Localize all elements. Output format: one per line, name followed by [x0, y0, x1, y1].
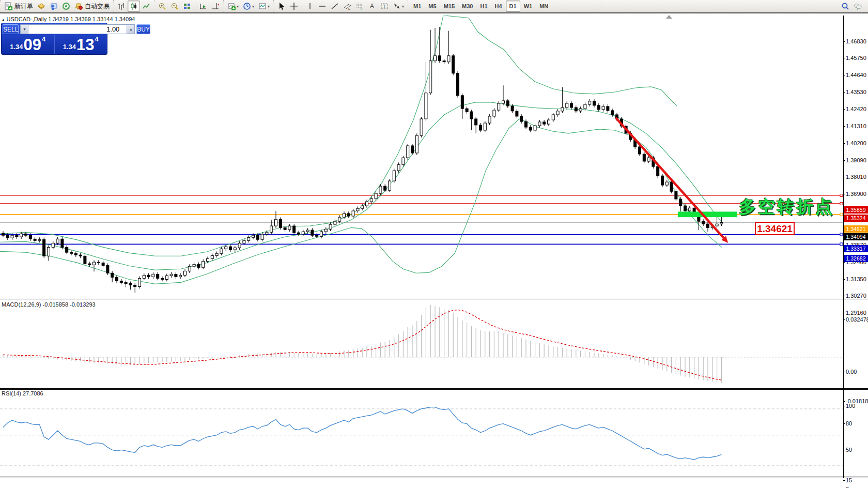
- chart-shift-marker[interactable]: [666, 15, 672, 19]
- templates-button[interactable]: ▾: [256, 1, 272, 12]
- one-click-trading-panel: SELL ▼ ▲ BUY 1.34 09 4 1.34 13 4: [1, 23, 107, 55]
- buy-price-point: 4: [95, 35, 99, 43]
- candlestick-chart-button[interactable]: [128, 1, 140, 12]
- autotrade-button[interactable]: 自动交易: [72, 1, 112, 12]
- timeframe-h4-button[interactable]: H4: [491, 1, 506, 12]
- fibonacci-button[interactable]: F: [353, 1, 366, 12]
- timeframe-m30-button[interactable]: M30: [458, 1, 476, 12]
- price-box-annotation[interactable]: 1.34621: [755, 222, 795, 235]
- green-rectangle-object[interactable]: [678, 211, 737, 217]
- line-anchor-handle[interactable]: [840, 194, 843, 196]
- rsi-tick-15: 15: [846, 477, 852, 483]
- search-button[interactable]: [839, 1, 851, 12]
- volume-decrease-button[interactable]: ▼: [20, 24, 28, 34]
- buy-price-display[interactable]: 1.34 13 4: [54, 35, 107, 54]
- new-chart-button[interactable]: ▾: [225, 1, 241, 12]
- line-anchor-handle[interactable]: [840, 202, 843, 205]
- rsi-panel[interactable]: [0, 407, 843, 466]
- arrows-button[interactable]: ▾: [391, 1, 406, 12]
- candle-body: [165, 276, 168, 279]
- macd-panel[interactable]: [0, 305, 843, 383]
- new-order-button[interactable]: 新订单: [2, 1, 35, 12]
- candle-body: [479, 125, 482, 130]
- timeframe-m1-button[interactable]: M1: [410, 1, 425, 12]
- candle-body: [488, 116, 491, 123]
- bollinger-lower-band[interactable]: [0, 119, 722, 284]
- timeframe-d1-button[interactable]: D1: [506, 1, 520, 12]
- crosshair-button[interactable]: [288, 1, 300, 12]
- sell-button[interactable]: SELL: [3, 24, 19, 34]
- zoom-in-button[interactable]: [156, 1, 168, 12]
- timeframe-h1-button[interactable]: H1: [476, 1, 491, 12]
- candle-body: [270, 226, 273, 232]
- text-button[interactable]: A: [366, 1, 378, 12]
- signal-button[interactable]: [60, 1, 72, 12]
- candle-body: [34, 239, 36, 240]
- bollinger-middle-band[interactable]: [0, 102, 722, 270]
- candle-body: [97, 262, 100, 263]
- s ell-price-handle: 1.34: [10, 43, 23, 51]
- chart-window[interactable]: ▴USDCAD-,Daily 1.34219 1.34369 1.33144 1…: [0, 14, 868, 488]
- profiles-button[interactable]: ▾: [241, 1, 256, 12]
- auto-scroll-button[interactable]: [197, 1, 209, 12]
- line-chart-button[interactable]: [140, 1, 152, 12]
- timeframe-mn-button[interactable]: MN: [536, 1, 552, 12]
- price-tick-1.4242: 1.42420: [846, 106, 866, 112]
- axis-tick-mark: [843, 423, 845, 424]
- toolbar-group-chart-type: [113, 0, 154, 12]
- candle-body: [593, 101, 596, 105]
- buy-button[interactable]: BUY: [136, 24, 150, 34]
- chart-shift-button[interactable]: [209, 1, 222, 12]
- price-chart-canvas[interactable]: [0, 14, 868, 488]
- cursor-button[interactable]: [275, 1, 288, 12]
- trendline-button[interactable]: [329, 1, 341, 12]
- line-anchor-handle[interactable]: [840, 233, 843, 236]
- timeframe-m5-button[interactable]: M5: [425, 1, 440, 12]
- candle-body: [579, 109, 582, 111]
- arrows-icon: [393, 2, 401, 10]
- vertical-line-button[interactable]: [304, 1, 316, 12]
- axis-tick-mark: [843, 177, 845, 177]
- volume-increase-button[interactable]: ▲: [127, 24, 135, 34]
- price-tick-1.2916: 1.29160: [846, 310, 866, 316]
- candle-body: [647, 158, 650, 161]
- tile-windows-button[interactable]: [181, 1, 193, 12]
- sell-price-display[interactable]: 1.34 09 4: [2, 35, 54, 54]
- candle-body: [352, 211, 354, 216]
- collapse-arrow-icon[interactable]: ▴: [2, 17, 5, 22]
- horizontal-line-button[interactable]: [316, 1, 329, 12]
- zoom-out-button[interactable]: [168, 1, 181, 12]
- gold-box-button[interactable]: [35, 1, 48, 12]
- trend-arrow-line[interactable]: [616, 118, 725, 240]
- candle-body: [475, 119, 477, 125]
- candle-body: [211, 255, 213, 258]
- volume-input[interactable]: [28, 24, 127, 34]
- candle-body: [506, 101, 509, 106]
- line-anchor-handle[interactable]: [840, 213, 843, 216]
- bars-chart-button[interactable]: [115, 1, 128, 12]
- panel-separator-rsi[interactable]: [0, 388, 868, 390]
- candle-body: [665, 182, 668, 185]
- channel-button[interactable]: E: [341, 1, 353, 12]
- turning-point-annotation[interactable]: 多空转折点: [739, 195, 834, 219]
- rsi-tick-100: 100: [846, 403, 855, 409]
- metaeditor-button[interactable]: [48, 1, 60, 12]
- candle-body: [493, 110, 495, 116]
- candle-body: [157, 274, 159, 278]
- candle-body: [256, 235, 259, 239]
- candle-body: [502, 101, 505, 103]
- chat-button[interactable]: [851, 1, 864, 12]
- timeframe-w1-button[interactable]: W1: [520, 1, 536, 12]
- text-label-button[interactable]: T: [378, 1, 391, 12]
- timeframe-m15-button[interactable]: M15: [440, 1, 458, 12]
- candle-body: [25, 234, 27, 235]
- line-anchor-handle[interactable]: [840, 243, 843, 246]
- candle-body: [220, 249, 223, 253]
- candle-body: [588, 101, 591, 104]
- candle-body: [84, 256, 86, 264]
- main-price-panel[interactable]: [0, 16, 843, 293]
- panel-separator-macd[interactable]: [0, 298, 868, 299]
- price-tick-1.3909: 1.39090: [846, 157, 866, 163]
- axis-tick-mark: [843, 92, 845, 93]
- candle-body: [138, 278, 141, 286]
